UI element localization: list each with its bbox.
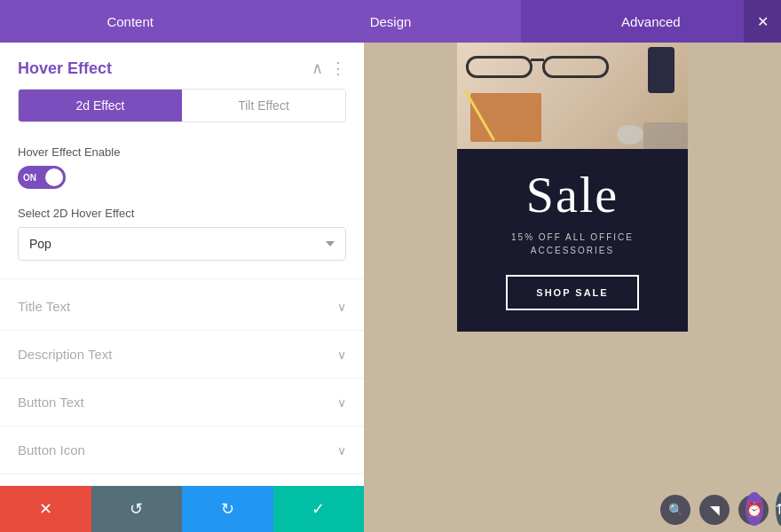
- toggle-knob: [45, 168, 63, 186]
- panel-body: Hover Effect ∧ ⋮ 2d Effect Tilt Effect H…: [0, 43, 364, 486]
- close-button[interactable]: ✕: [744, 0, 781, 43]
- accordion-button-text[interactable]: Button Text ∨: [0, 379, 364, 426]
- clock-icon-btn[interactable]: ⏰: [746, 492, 763, 526]
- select-2d-label: Select 2D Hover Effect: [18, 207, 346, 220]
- divider-1: [0, 278, 364, 279]
- close-icon: ✕: [757, 13, 769, 30]
- sale-title: Sale: [526, 170, 619, 220]
- select-2d-hover-row: Select 2D Hover Effect Pop Bounce Swing …: [0, 198, 364, 275]
- collapse-icon[interactable]: ∧: [312, 59, 323, 78]
- bottom-toolbar: ✕ ↺ ↻ ✓: [0, 486, 364, 532]
- section-header-icons: ∧ ⋮: [312, 59, 346, 78]
- layers-icon: ◥: [710, 503, 720, 517]
- cancel-button[interactable]: ✕: [0, 486, 91, 532]
- accordion-button-icon[interactable]: Button Icon ∨: [0, 426, 364, 474]
- hover-effect-title: Hover Effect: [18, 59, 112, 78]
- undo-icon: ↺: [130, 499, 143, 519]
- sliders-icon-btn[interactable]: ⇅: [776, 492, 781, 526]
- hover-effect-header: Hover Effect ∧ ⋮: [0, 43, 364, 89]
- hover-effect-enable-row: Hover Effect Enable ON: [0, 137, 364, 198]
- top-tab-bar: Content Design Advanced ✕: [0, 0, 781, 43]
- effect-tabs: 2d Effect Tilt Effect: [18, 89, 346, 122]
- accordion-title-label: Title Text: [18, 299, 70, 314]
- toggle-track[interactable]: ON: [18, 166, 66, 189]
- right-preview: Sale 15% OFF ALL OFFICE ACCESSORIES SHOP…: [364, 43, 781, 532]
- accordion-description-text[interactable]: Description Text ∨: [0, 331, 364, 379]
- chevron-title-icon: ∨: [337, 300, 346, 314]
- tab-content[interactable]: Content: [0, 0, 260, 43]
- main-area: Hover Effect ∧ ⋮ 2d Effect Tilt Effect H…: [0, 43, 781, 532]
- more-icon[interactable]: ⋮: [330, 59, 346, 78]
- accordion-button-icon-label: Button Icon: [18, 442, 85, 458]
- toggle-switch[interactable]: ON: [18, 166, 346, 189]
- card-image: [457, 43, 688, 149]
- chevron-button-icon-icon: ∨: [337, 443, 346, 458]
- toggle-on-label: ON: [23, 173, 36, 183]
- layers-icon-btn[interactable]: ◥: [699, 495, 730, 525]
- card-body: Sale 15% OFF ALL OFFICE ACCESSORIES SHOP…: [457, 149, 688, 332]
- hover-effect-select[interactable]: Pop Bounce Swing Pulse Fade: [18, 227, 346, 261]
- redo-button[interactable]: ↻: [182, 486, 273, 532]
- redo-icon: ↻: [221, 499, 234, 519]
- tab-advanced[interactable]: Advanced: [521, 0, 781, 43]
- hover-effect-enable-label: Hover Effect Enable: [18, 145, 346, 159]
- tab-2d-effect[interactable]: 2d Effect: [19, 90, 182, 121]
- chevron-button-icon: ∨: [337, 395, 346, 410]
- tab-tilt-effect[interactable]: Tilt Effect: [182, 90, 345, 121]
- save-icon: ✓: [312, 499, 325, 519]
- search-icon: 🔍: [668, 503, 683, 517]
- accordion-title-text[interactable]: Title Text ∨: [0, 283, 364, 331]
- left-panel: Hover Effect ∧ ⋮ 2d Effect Tilt Effect H…: [0, 43, 364, 532]
- chevron-description-icon: ∨: [337, 348, 346, 362]
- clock-icon: ⏰: [746, 501, 763, 518]
- tab-design[interactable]: Design: [260, 0, 520, 43]
- desk-items: [457, 43, 688, 149]
- shop-sale-button[interactable]: SHOP SALE: [506, 275, 638, 310]
- sliders-icon: ⇅: [776, 501, 781, 518]
- cancel-icon: ✕: [39, 499, 52, 519]
- search-icon-btn[interactable]: 🔍: [660, 495, 690, 525]
- accordion-button-label: Button Text: [18, 395, 84, 410]
- accordion-description-label: Description Text: [18, 347, 112, 362]
- save-button[interactable]: ✓: [273, 486, 365, 532]
- card-preview: Sale 15% OFF ALL OFFICE ACCESSORIES SHOP…: [457, 43, 688, 332]
- undo-button[interactable]: ↺: [91, 486, 183, 532]
- sale-subtitle: 15% OFF ALL OFFICE ACCESSORIES: [511, 231, 634, 257]
